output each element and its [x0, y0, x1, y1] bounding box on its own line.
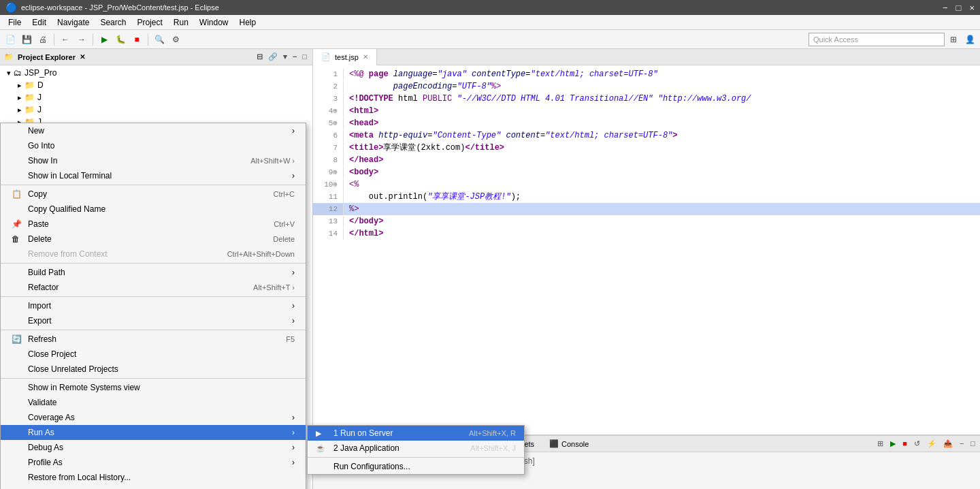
line-content-6: <meta http-equiv="Content-Type" content=… — [349, 129, 980, 142]
folder-icon-d: 📁 — [24, 80, 35, 90]
restart-server-btn[interactable]: ↺ — [912, 439, 922, 449]
ctx-refresh[interactable]: 🔄 Refresh F5 — [1, 332, 306, 347]
stop-button[interactable]: ■ — [129, 32, 144, 47]
menu-run[interactable]: Run — [168, 16, 194, 29]
tree-item-label: J — [37, 105, 42, 114]
editor-tab-bar: 📄 test.jsp ✕ — [313, 49, 980, 65]
ctx-show-local-terminal[interactable]: Show in Local Terminal › — [1, 168, 306, 183]
project-icon: 🗂 — [14, 68, 22, 78]
user-button[interactable]: 👤 — [962, 32, 977, 47]
disconnect-btn[interactable]: ⚡ — [925, 439, 938, 449]
tab-console[interactable]: ⬛ Console — [542, 437, 595, 452]
run-button[interactable]: ▶ — [97, 32, 112, 47]
menu-edit[interactable]: Edit — [27, 16, 52, 29]
maximize-button[interactable]: □ — [956, 3, 962, 13]
panel-menu-btn[interactable]: ▾ — [282, 52, 289, 62]
line-content-13: </body> — [349, 215, 980, 227]
tree-item-jsp-pro[interactable]: ▾ 🗂 JSP_Pro — [1, 67, 311, 79]
back-button[interactable]: ← — [58, 32, 73, 47]
menu-project[interactable]: Project — [131, 16, 167, 29]
ctx-debug-as-label: Debug As — [28, 443, 63, 452]
line-number-5: 5⊕ — [313, 118, 344, 129]
editor-tab-test-jsp[interactable]: 📄 test.jsp ✕ — [313, 49, 377, 65]
close-button[interactable]: × — [969, 3, 975, 13]
menu-search[interactable]: Search — [95, 16, 131, 29]
stop-server-btn[interactable]: ■ — [900, 439, 909, 449]
ctx-paste[interactable]: 📌 Paste Ctrl+V — [1, 217, 306, 232]
tree-item-j1[interactable]: ▸ 📁 J — [1, 91, 311, 104]
tree-expand-icon: ▾ — [7, 69, 11, 78]
ctx-coverage-as[interactable]: Coverage As › — [1, 410, 306, 425]
submenu-java-app[interactable]: ☕ 2 Java Application Alt+Shift+X, J — [308, 441, 524, 456]
maximize-panel-btn[interactable]: □ — [301, 52, 308, 62]
menu-help[interactable]: Help — [234, 16, 262, 29]
link-editor-btn[interactable]: 🔗 — [267, 52, 279, 62]
ctx-show-remote[interactable]: Show in Remote Systems view — [1, 380, 306, 395]
submenu-run-configs[interactable]: Run Configurations... — [308, 459, 524, 474]
ctx-export[interactable]: Export › — [1, 313, 306, 328]
submenu-java-app-label: 2 Java Application — [333, 443, 399, 453]
ctx-delete[interactable]: 🗑 Delete Delete — [1, 232, 306, 247]
ctx-build-path[interactable]: Build Path › — [1, 265, 306, 280]
line-number-1: 1 — [313, 69, 344, 80]
ctx-copy-label: Copy — [28, 189, 47, 199]
panel-maximize-btn[interactable]: □ — [968, 439, 977, 449]
ctx-remove-context[interactable]: Remove from Context Ctrl+Alt+Shift+Down — [1, 247, 306, 262]
search-button[interactable]: 🔍 — [152, 32, 167, 47]
ctx-restore-local-label: Restore from Local History... — [28, 473, 131, 482]
start-server-btn[interactable]: ▶ — [888, 439, 898, 449]
new-server-btn[interactable]: ⊞ — [875, 439, 885, 449]
quick-access-box[interactable]: Quick Access — [808, 33, 945, 46]
ctx-show-in[interactable]: Show In Alt+Shift+W › — [1, 153, 306, 168]
menu-window[interactable]: Window — [194, 16, 234, 29]
ctx-debug-as[interactable]: Debug As › — [1, 440, 306, 455]
publish-btn[interactable]: 📤 — [941, 439, 955, 449]
ctx-new[interactable]: New › — [1, 123, 306, 138]
tab-close-btn[interactable]: ✕ — [363, 53, 368, 61]
console-icon: ⬛ — [549, 439, 559, 448]
collapse-all-btn[interactable]: ⊟ — [255, 52, 264, 62]
debug-button[interactable]: 🐛 — [113, 32, 128, 47]
ctx-import[interactable]: Import › — [1, 298, 306, 313]
ctx-refactor[interactable]: Refactor Alt+Shift+T › — [1, 280, 306, 295]
ctx-validate[interactable]: Validate — [1, 395, 306, 410]
minimize-button[interactable]: − — [943, 3, 948, 13]
ctx-close-unrelated[interactable]: Close Unrelated Projects — [1, 362, 306, 377]
ctx-remove-context-label: Remove from Context — [28, 249, 108, 259]
ctx-restore-local[interactable]: Restore from Local History... — [1, 470, 306, 485]
ctx-copy[interactable]: 📋 Copy Ctrl+C — [1, 187, 306, 202]
ctx-copy-qualified[interactable]: Copy Qualified Name — [1, 202, 306, 217]
line-content-5: <head> — [349, 117, 980, 129]
panel-close-icon[interactable]: ✕ — [80, 53, 85, 61]
ctx-run-as-arrow: › — [292, 428, 295, 437]
line-number-11: 11 — [313, 191, 344, 203]
tree-item-j2[interactable]: ▸ 📁 J — [1, 104, 311, 116]
perspective-button[interactable]: ⊞ — [946, 32, 961, 47]
panel-minimize-btn[interactable]: − — [958, 439, 966, 449]
ctx-profile-as[interactable]: Profile As › — [1, 455, 306, 470]
minimize-panel-btn[interactable]: − — [291, 52, 298, 62]
save-button[interactable]: 💾 — [19, 32, 34, 47]
submenu-run-on-server[interactable]: ▶ 1 Run on Server Alt+Shift+X, R — [308, 426, 524, 441]
ctx-close-project[interactable]: Close Project — [1, 347, 306, 362]
tab-icon: 📄 — [321, 52, 331, 61]
menu-file[interactable]: File — [3, 16, 27, 29]
ctx-close-unrelated-label: Close Unrelated Projects — [28, 364, 118, 374]
submenu-run-on-server-shortcut: Alt+Shift+X, R — [469, 429, 516, 437]
code-line-13: 13 </body> — [313, 215, 980, 227]
menu-navigate[interactable]: Navigate — [52, 16, 95, 29]
print-button[interactable]: 🖨 — [35, 32, 50, 47]
tree-item-d[interactable]: ▸ 📁 D — [1, 79, 311, 91]
new-button[interactable]: 📄 — [3, 32, 18, 47]
title-bar: 🔵 eclipse-workspace - JSP_Pro/WebContent… — [0, 0, 980, 15]
ctx-build-path-label: Build Path — [28, 268, 65, 277]
code-editor[interactable]: 1 <%@ page language="java" contentType="… — [313, 65, 980, 435]
forward-button[interactable]: → — [74, 32, 89, 47]
line-content-4: <html> — [349, 105, 980, 117]
ctx-run-as[interactable]: Run As › ▶ 1 Run on Server Alt+Shift+X, … — [1, 425, 306, 440]
ctx-java-ee-tools[interactable]: Java EE Tools › — [1, 485, 306, 489]
code-line-2: 2 pageEncoding="UTF-8"%> — [313, 80, 980, 93]
ctx-go-into[interactable]: Go Into — [1, 138, 306, 153]
menu-bar: File Edit Navigate Search Project Run Wi… — [0, 15, 980, 30]
settings-button[interactable]: ⚙ — [168, 32, 183, 47]
